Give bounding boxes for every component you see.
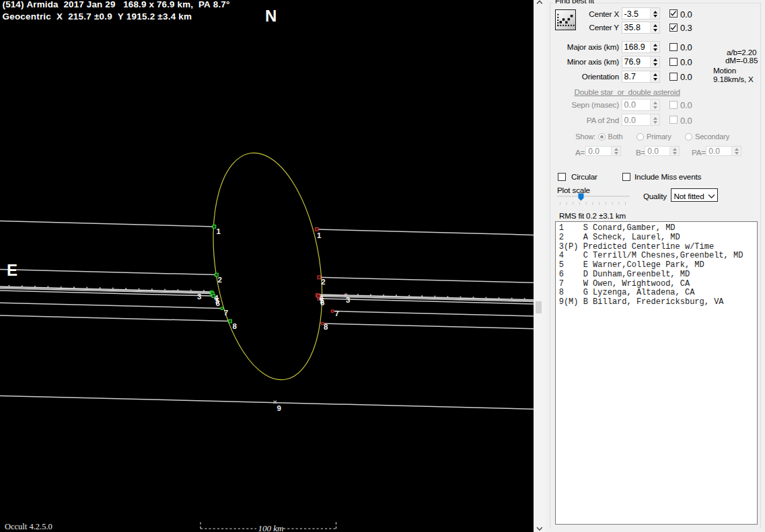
svg-text:2: 2 (218, 276, 222, 284)
svg-text:6: 6 (320, 299, 324, 307)
svg-text:6: 6 (216, 299, 220, 307)
svg-text:1: 1 (217, 227, 221, 235)
svg-text:7: 7 (334, 309, 338, 317)
svg-text:Occult 4.2.5.0: Occult 4.2.5.0 (5, 522, 52, 531)
svg-text:3: 3 (346, 296, 350, 304)
svg-text:Geocentric X 215.7 ±0.9 Y 1: Geocentric X 215.7 ±0.9 Y 1915.2 ±3.4 km (3, 11, 192, 22)
svg-text:2: 2 (321, 278, 325, 286)
svg-text:N: N (265, 7, 277, 25)
svg-text:9: 9 (277, 404, 281, 412)
svg-text:8: 8 (232, 322, 237, 330)
svg-text:8: 8 (324, 323, 328, 331)
svg-text:100 km: 100 km (258, 523, 284, 532)
svg-text:1: 1 (317, 231, 322, 239)
svg-text:3: 3 (197, 293, 201, 301)
svg-text:7: 7 (224, 309, 228, 317)
svg-text:(514) Armida 2017 Jan 29 16: (514) Armida 2017 Jan 29 168.9 x 76.9 km… (3, 0, 230, 9)
svg-text:E: E (7, 261, 17, 279)
